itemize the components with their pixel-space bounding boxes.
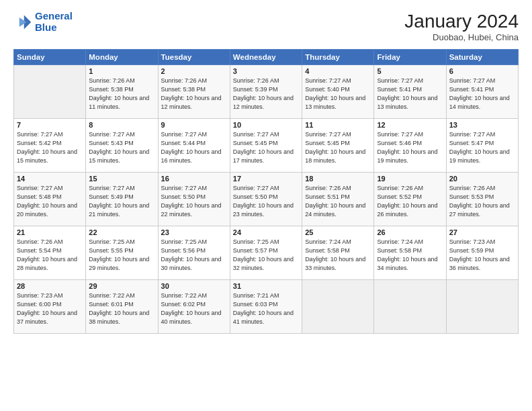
- logo-line2: Blue: [35, 21, 57, 33]
- day-cell: 16Sunrise: 7:27 AM Sunset: 5:50 PM Dayli…: [158, 173, 230, 226]
- day-info: Sunrise: 7:25 AM Sunset: 5:55 PM Dayligh…: [89, 238, 154, 273]
- day-cell: [14, 65, 86, 119]
- day-cell: 15Sunrise: 7:27 AM Sunset: 5:49 PM Dayli…: [86, 173, 158, 226]
- day-number: 21: [17, 228, 83, 236]
- day-info: Sunrise: 7:27 AM Sunset: 5:49 PM Dayligh…: [89, 184, 154, 219]
- day-cell: 18Sunrise: 7:26 AM Sunset: 5:51 PM Dayli…: [302, 173, 374, 226]
- day-number: 12: [377, 121, 443, 129]
- day-cell: 14Sunrise: 7:27 AM Sunset: 5:48 PM Dayli…: [14, 173, 86, 226]
- day-cell: 4Sunrise: 7:27 AM Sunset: 5:40 PM Daylig…: [302, 65, 374, 119]
- logo-line1: General: [35, 10, 73, 21]
- day-number: 3: [233, 67, 299, 75]
- day-number: 1: [89, 67, 154, 75]
- day-cell: 20Sunrise: 7:26 AM Sunset: 5:53 PM Dayli…: [446, 173, 518, 226]
- logo-icon: [13, 13, 32, 32]
- day-number: 22: [89, 228, 154, 236]
- day-number: 29: [89, 282, 154, 290]
- day-number: 6: [449, 67, 515, 75]
- day-number: 2: [161, 67, 227, 75]
- col-friday: Friday: [374, 50, 446, 65]
- day-info: Sunrise: 7:26 AM Sunset: 5:38 PM Dayligh…: [161, 77, 227, 111]
- week-row-2: 14Sunrise: 7:27 AM Sunset: 5:48 PM Dayli…: [14, 173, 519, 226]
- day-number: 28: [17, 282, 83, 290]
- day-cell: 28Sunrise: 7:23 AM Sunset: 6:00 PM Dayli…: [14, 280, 86, 334]
- day-cell: 8Sunrise: 7:27 AM Sunset: 5:43 PM Daylig…: [86, 119, 158, 173]
- day-cell: [446, 280, 518, 334]
- day-number: 24: [233, 228, 299, 236]
- day-number: 18: [305, 175, 371, 183]
- day-cell: 10Sunrise: 7:27 AM Sunset: 5:45 PM Dayli…: [230, 119, 302, 173]
- day-cell: 2Sunrise: 7:26 AM Sunset: 5:38 PM Daylig…: [158, 65, 230, 119]
- day-cell: 27Sunrise: 7:23 AM Sunset: 5:59 PM Dayli…: [446, 226, 518, 280]
- day-cell: 12Sunrise: 7:27 AM Sunset: 5:46 PM Dayli…: [374, 119, 446, 173]
- day-number: 7: [17, 121, 83, 129]
- logo-text: General Blue: [35, 11, 73, 33]
- day-info: Sunrise: 7:22 AM Sunset: 6:01 PM Dayligh…: [89, 291, 154, 326]
- col-tuesday: Tuesday: [158, 50, 230, 65]
- day-info: Sunrise: 7:21 AM Sunset: 6:03 PM Dayligh…: [233, 291, 299, 326]
- day-info: Sunrise: 7:27 AM Sunset: 5:45 PM Dayligh…: [305, 130, 371, 165]
- day-number: 17: [233, 175, 299, 183]
- day-cell: 7Sunrise: 7:27 AM Sunset: 5:42 PM Daylig…: [14, 119, 86, 173]
- day-cell: [374, 280, 446, 334]
- day-info: Sunrise: 7:27 AM Sunset: 5:45 PM Dayligh…: [233, 130, 299, 165]
- day-cell: 23Sunrise: 7:25 AM Sunset: 5:56 PM Dayli…: [158, 226, 230, 280]
- day-cell: 22Sunrise: 7:25 AM Sunset: 5:55 PM Dayli…: [86, 226, 158, 280]
- day-info: Sunrise: 7:27 AM Sunset: 5:41 PM Dayligh…: [377, 77, 443, 111]
- day-number: 27: [449, 228, 515, 236]
- col-monday: Monday: [86, 50, 158, 65]
- header: General Blue January 2024 Duobao, Hubei,…: [13, 11, 519, 42]
- logo: General Blue: [13, 11, 73, 33]
- day-info: Sunrise: 7:23 AM Sunset: 5:59 PM Dayligh…: [449, 238, 515, 273]
- day-number: 13: [449, 121, 515, 129]
- day-number: 5: [377, 67, 443, 75]
- day-info: Sunrise: 7:27 AM Sunset: 5:41 PM Dayligh…: [449, 77, 515, 111]
- day-number: 16: [161, 175, 227, 183]
- day-info: Sunrise: 7:26 AM Sunset: 5:52 PM Dayligh…: [377, 184, 443, 219]
- day-cell: 29Sunrise: 7:22 AM Sunset: 6:01 PM Dayli…: [86, 280, 158, 334]
- day-cell: 31Sunrise: 7:21 AM Sunset: 6:03 PM Dayli…: [230, 280, 302, 334]
- day-number: 25: [305, 228, 371, 236]
- day-info: Sunrise: 7:27 AM Sunset: 5:48 PM Dayligh…: [17, 184, 83, 219]
- day-number: 8: [89, 121, 154, 129]
- week-row-1: 7Sunrise: 7:27 AM Sunset: 5:42 PM Daylig…: [14, 119, 519, 173]
- day-info: Sunrise: 7:27 AM Sunset: 5:42 PM Dayligh…: [17, 130, 83, 165]
- day-number: 14: [17, 175, 83, 183]
- day-info: Sunrise: 7:27 AM Sunset: 5:50 PM Dayligh…: [233, 184, 299, 219]
- day-info: Sunrise: 7:27 AM Sunset: 5:47 PM Dayligh…: [449, 130, 515, 165]
- day-info: Sunrise: 7:25 AM Sunset: 5:57 PM Dayligh…: [233, 238, 299, 273]
- col-saturday: Saturday: [446, 50, 518, 65]
- page: General Blue January 2024 Duobao, Hubei,…: [0, 0, 532, 411]
- day-info: Sunrise: 7:25 AM Sunset: 5:56 PM Dayligh…: [161, 238, 227, 273]
- day-info: Sunrise: 7:27 AM Sunset: 5:46 PM Dayligh…: [377, 130, 443, 165]
- day-number: 23: [161, 228, 227, 236]
- day-info: Sunrise: 7:24 AM Sunset: 5:58 PM Dayligh…: [305, 238, 371, 273]
- day-cell: 19Sunrise: 7:26 AM Sunset: 5:52 PM Dayli…: [374, 173, 446, 226]
- day-number: 9: [161, 121, 227, 129]
- day-cell: 21Sunrise: 7:26 AM Sunset: 5:54 PM Dayli…: [14, 226, 86, 280]
- day-number: 19: [377, 175, 443, 183]
- week-row-0: 1Sunrise: 7:26 AM Sunset: 5:38 PM Daylig…: [14, 65, 519, 119]
- day-cell: 30Sunrise: 7:22 AM Sunset: 6:02 PM Dayli…: [158, 280, 230, 334]
- day-info: Sunrise: 7:23 AM Sunset: 6:00 PM Dayligh…: [17, 291, 83, 326]
- day-info: Sunrise: 7:27 AM Sunset: 5:43 PM Dayligh…: [89, 130, 154, 165]
- header-row: Sunday Monday Tuesday Wednesday Thursday…: [14, 50, 519, 65]
- day-cell: 24Sunrise: 7:25 AM Sunset: 5:57 PM Dayli…: [230, 226, 302, 280]
- col-sunday: Sunday: [14, 50, 86, 65]
- day-info: Sunrise: 7:26 AM Sunset: 5:53 PM Dayligh…: [449, 184, 515, 219]
- day-cell: 17Sunrise: 7:27 AM Sunset: 5:50 PM Dayli…: [230, 173, 302, 226]
- day-info: Sunrise: 7:24 AM Sunset: 5:58 PM Dayligh…: [377, 238, 443, 273]
- day-cell: 5Sunrise: 7:27 AM Sunset: 5:41 PM Daylig…: [374, 65, 446, 119]
- day-number: 26: [377, 228, 443, 236]
- day-info: Sunrise: 7:22 AM Sunset: 6:02 PM Dayligh…: [161, 291, 227, 326]
- day-info: Sunrise: 7:26 AM Sunset: 5:39 PM Dayligh…: [233, 77, 299, 111]
- col-wednesday: Wednesday: [230, 50, 302, 65]
- day-cell: 25Sunrise: 7:24 AM Sunset: 5:58 PM Dayli…: [302, 226, 374, 280]
- day-info: Sunrise: 7:27 AM Sunset: 5:44 PM Dayligh…: [161, 130, 227, 165]
- day-number: 31: [233, 282, 299, 290]
- day-cell: 11Sunrise: 7:27 AM Sunset: 5:45 PM Dayli…: [302, 119, 374, 173]
- title-block: January 2024 Duobao, Hubei, China: [404, 11, 519, 42]
- day-number: 20: [449, 175, 515, 183]
- day-cell: 26Sunrise: 7:24 AM Sunset: 5:58 PM Dayli…: [374, 226, 446, 280]
- col-thursday: Thursday: [302, 50, 374, 65]
